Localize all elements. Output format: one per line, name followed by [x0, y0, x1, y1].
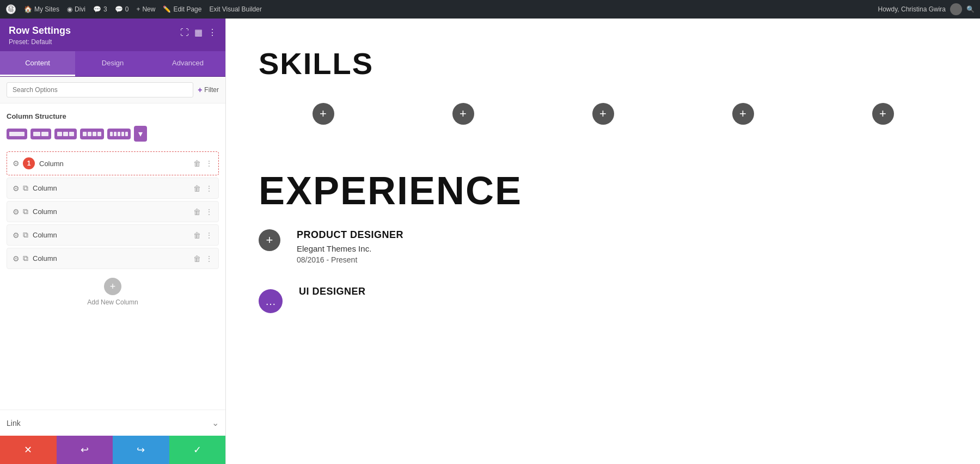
- col-4-delete-icon[interactable]: 🗑: [193, 231, 201, 240]
- add-column-circle: +: [104, 278, 121, 295]
- add-module-circle-2[interactable]: +: [452, 103, 474, 125]
- wp-logo-item[interactable]: [5, 4, 16, 15]
- cancel-button[interactable]: ✕: [0, 436, 57, 464]
- add-module-circle-4[interactable]: +: [732, 103, 754, 125]
- comment-bubble-icon: 💬: [93, 5, 101, 13]
- sidebar-title-group: Row Settings Preset: Default: [9, 25, 71, 46]
- col-4-copy-icon[interactable]: ⧉: [23, 230, 28, 240]
- admin-bar: 🏠 My Sites ◉ Divi 💬 3 💬 0 + New ✏️ Edit …: [0, 0, 980, 19]
- search-bar: + Filter: [0, 77, 225, 103]
- more-options-icon[interactable]: ⋮: [208, 27, 217, 38]
- col-5-delete-icon[interactable]: 🗑: [193, 254, 201, 263]
- tabs: Content Design Advanced: [0, 51, 225, 77]
- col-btn-5[interactable]: [107, 129, 131, 139]
- add-module-circle-3[interactable]: +: [592, 103, 614, 125]
- redo-button[interactable]: ↪: [113, 436, 169, 464]
- plus-icon: +: [136, 5, 140, 13]
- link-accordion-header[interactable]: Link ⌄: [7, 418, 219, 428]
- col-btn-1-bar: [9, 132, 24, 136]
- col-2-icon-group: ⚙ ⧉: [13, 184, 28, 193]
- col-settings-icon[interactable]: ⚙: [13, 159, 20, 168]
- column-structure-label: Column Structure: [7, 112, 219, 120]
- sidebar-title: Row Settings: [9, 25, 71, 36]
- col-2-more-icon[interactable]: ⋮: [205, 184, 213, 193]
- canvas: SKILLS + + + + + EXPERIENCE +: [226, 19, 980, 464]
- search-icon[interactable]: 🔍: [966, 5, 975, 13]
- columns-icon[interactable]: ▦: [194, 27, 203, 38]
- exit-builder-label: Exit Visual Builder: [209, 5, 262, 13]
- tab-advanced[interactable]: Advanced: [150, 51, 225, 76]
- fullscreen-icon[interactable]: ⛶: [180, 28, 189, 38]
- sidebar-header-icons: ⛶ ▦ ⋮: [180, 27, 217, 38]
- col-1-delete-icon[interactable]: 🗑: [193, 159, 201, 168]
- save-button[interactable]: ✓: [169, 436, 226, 464]
- column-list: ⚙ 1 Column 🗑 ⋮ ⚙ ⧉ Column: [7, 151, 219, 269]
- admin-bar-right: Howdy, Christina Gwira 🔍: [878, 3, 975, 15]
- col-2-copy-icon[interactable]: ⧉: [23, 184, 28, 193]
- tab-content[interactable]: Content: [0, 51, 75, 76]
- add-module-circle-exp-1[interactable]: +: [259, 229, 280, 251]
- col-3-copy-icon[interactable]: ⧉: [23, 207, 28, 216]
- col-1-label: Column: [39, 160, 189, 168]
- search-input[interactable]: [7, 82, 193, 97]
- col-3-more-icon[interactable]: ⋮: [205, 207, 213, 216]
- bottom-actions: ✕ ↩ ↪ ✓: [0, 436, 225, 464]
- col-4-settings-icon[interactable]: ⚙: [13, 231, 20, 240]
- col-5-icon-group: ⚙ ⧉: [13, 254, 28, 263]
- col-4-icon-group: ⚙ ⧉: [13, 230, 28, 240]
- filter-label: Filter: [204, 86, 219, 94]
- tab-design-label: Design: [102, 59, 124, 67]
- col-1-actions: 🗑 ⋮: [193, 159, 213, 168]
- col-btn-3-bar-a: [57, 132, 62, 136]
- col-5-more-icon[interactable]: ⋮: [205, 254, 213, 263]
- col-2-delete-icon[interactable]: 🗑: [193, 184, 201, 193]
- filter-button[interactable]: + Filter: [198, 86, 219, 94]
- job-1-company: Elegant Themes Inc.: [297, 244, 947, 253]
- user-avatar: [950, 3, 962, 15]
- new-item[interactable]: + New: [136, 5, 155, 13]
- experience-heading: EXPERIENCE: [259, 168, 947, 213]
- job-2-content: UI DESIGNER: [299, 286, 947, 301]
- col-btn-1[interactable]: [7, 129, 27, 139]
- col-btn-2-bar-b: [41, 132, 48, 136]
- col-more-btn[interactable]: ▾: [134, 126, 147, 142]
- my-sites-item[interactable]: 🏠 My Sites: [24, 5, 59, 13]
- link-accordion: Link ⌄: [0, 410, 225, 436]
- divi-item[interactable]: ◉ Divi: [67, 5, 85, 13]
- table-row: ⚙ ⧉ Column 🗑 ⋮: [7, 178, 219, 199]
- sidebar-preset[interactable]: Preset: Default: [9, 38, 71, 46]
- tab-advanced-label: Advanced: [172, 59, 204, 67]
- col-btn-4-bar-b: [88, 132, 91, 136]
- redo-icon: ↪: [137, 444, 145, 456]
- col-2-settings-icon[interactable]: ⚙: [13, 184, 20, 193]
- divi-label: Divi: [75, 5, 85, 13]
- comments-item[interactable]: 💬 3: [93, 5, 107, 13]
- col-3-settings-icon[interactable]: ⚙: [13, 207, 20, 216]
- col-1-more-icon[interactable]: ⋮: [205, 159, 213, 168]
- add-module-circle-1[interactable]: +: [313, 103, 334, 125]
- table-row: ⚙ 1 Column 🗑 ⋮: [7, 151, 219, 175]
- col-btn-4[interactable]: [80, 129, 104, 139]
- col-5-copy-icon[interactable]: ⧉: [23, 254, 28, 263]
- col-btn-2[interactable]: [30, 129, 51, 139]
- edit-page-item[interactable]: ✏️ Edit Page: [163, 5, 201, 13]
- add-column-button[interactable]: + Add New Column: [7, 269, 219, 315]
- undo-button[interactable]: ↩: [57, 436, 113, 464]
- tab-design[interactable]: Design: [75, 51, 150, 76]
- exit-builder-item[interactable]: Exit Visual Builder: [209, 5, 262, 13]
- col-btn-3-bar-b: [63, 132, 68, 136]
- col-1-badge: 1: [23, 157, 35, 169]
- skill-col-3: +: [538, 103, 667, 125]
- skill-col-5: +: [818, 103, 947, 125]
- col-2-label: Column: [33, 184, 189, 192]
- col-btn-3[interactable]: [54, 129, 77, 139]
- col-4-more-icon[interactable]: ⋮: [205, 231, 213, 240]
- comment-zero-count: 0: [125, 5, 129, 13]
- col-3-delete-icon[interactable]: 🗑: [193, 207, 201, 216]
- col-3-actions: 🗑 ⋮: [193, 207, 213, 216]
- add-module-circle-5[interactable]: +: [872, 103, 894, 125]
- col-5-settings-icon[interactable]: ⚙: [13, 254, 20, 263]
- skills-columns: + + + + +: [259, 97, 947, 141]
- purple-options-badge[interactable]: …: [259, 289, 283, 313]
- comment-zero-item[interactable]: 💬 0: [115, 5, 129, 13]
